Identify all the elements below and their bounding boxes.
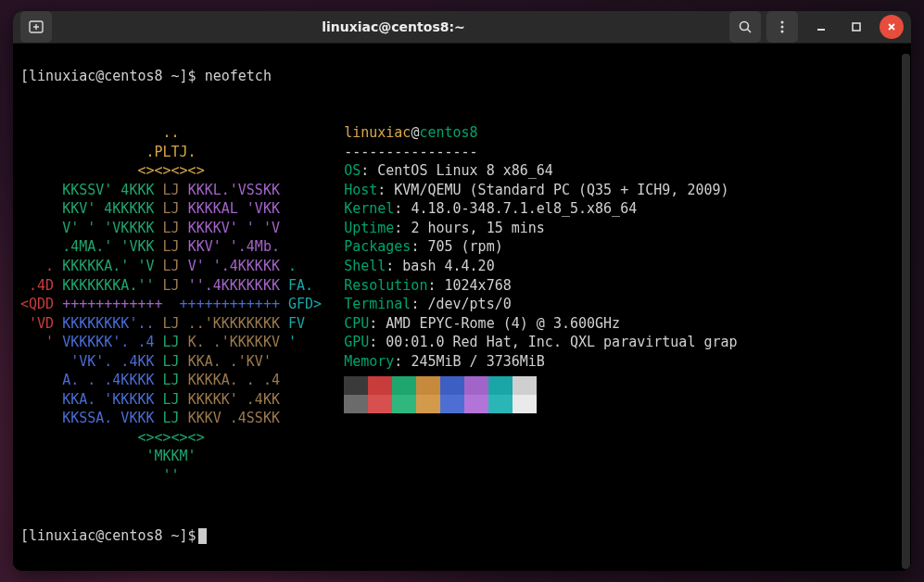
- color-swatch-10: [392, 395, 416, 413]
- ascii-logo: .. .PLTJ. <><><><> KKSSV' 4KKK LJ KKKL.'…: [20, 105, 322, 486]
- value-packages: 705 (rpm): [427, 238, 502, 255]
- prompt-line-2: [linuxiac@centos8 ~]$: [20, 526, 904, 546]
- color-swatch-14: [488, 395, 513, 413]
- info-sep: ----------------: [344, 144, 478, 160]
- minimize-button[interactable]: [809, 15, 833, 39]
- label-packages: Packages: [344, 238, 411, 255]
- maximize-icon: [851, 21, 862, 32]
- value-gpu: 00:01.0 Red Hat, Inc. QXL paravirtual gr…: [386, 334, 737, 350]
- value-terminal: /dev/pts/0: [427, 296, 511, 312]
- label-shell: Shell: [344, 258, 386, 274]
- svg-rect-9: [853, 23, 860, 31]
- titlebar: linuxiac@centos8:~: [13, 11, 911, 44]
- value-resolution: 1024x768: [445, 277, 512, 294]
- color-swatch-2: [392, 376, 416, 395]
- close-button[interactable]: [880, 15, 904, 39]
- minimize-icon: [816, 21, 827, 32]
- color-swatch-7: [513, 376, 537, 395]
- prompt-text-2: [linuxiac@centos8 ~]$: [20, 527, 196, 544]
- value-os: CentOS Linux 8 x86_64: [377, 162, 553, 179]
- kebab-menu-icon: [775, 19, 790, 34]
- terminal-window: linuxiac@centos8:~ [linuxiac@centos8 ~]$…: [13, 11, 911, 571]
- color-swatch-15: [513, 395, 537, 413]
- color-swatch-11: [416, 395, 440, 413]
- label-uptime: Uptime: [344, 220, 394, 236]
- label-kernel: Kernel: [344, 200, 394, 217]
- scrollbar[interactable]: [902, 54, 910, 569]
- prompt-line-1: [linuxiac@centos8 ~]$ neofetch: [20, 67, 904, 86]
- color-swatch-12: [440, 395, 464, 413]
- label-terminal: Terminal: [344, 296, 411, 312]
- cursor-icon: [198, 528, 207, 544]
- svg-point-6: [781, 26, 784, 29]
- terminal-output[interactable]: [linuxiac@centos8 ~]$ neofetch .. .PLTJ.…: [13, 44, 911, 571]
- command-text: neofetch: [205, 68, 272, 84]
- info-host: centos8: [419, 124, 477, 141]
- neofetch-row: .. .PLTJ. <><><><> KKSSV' 4KKK LJ KKKL.'…: [20, 105, 904, 486]
- label-gpu: GPU: [344, 334, 369, 350]
- svg-line-4: [748, 30, 752, 33]
- search-icon: [738, 19, 753, 34]
- maximize-button[interactable]: [844, 15, 868, 39]
- color-swatch-6: [488, 376, 513, 395]
- value-shell: bash 4.4.20: [402, 258, 494, 274]
- close-icon: [886, 21, 897, 32]
- color-palette-row1: [344, 376, 737, 395]
- color-swatch-13: [464, 395, 488, 413]
- window-title: linuxiac@centos8:~: [57, 19, 729, 34]
- color-swatch-8: [344, 395, 368, 413]
- color-swatch-1: [368, 376, 392, 395]
- new-tab-icon: [29, 19, 44, 34]
- svg-point-3: [740, 22, 749, 31]
- color-swatch-0: [344, 376, 368, 395]
- value-kernel: 4.18.0-348.7.1.el8_5.x86_64: [411, 200, 637, 217]
- color-swatch-5: [464, 376, 488, 395]
- label-host: Host: [344, 182, 377, 198]
- color-swatch-4: [440, 376, 464, 395]
- new-tab-button[interactable]: [20, 11, 52, 43]
- menu-button[interactable]: [766, 11, 798, 43]
- label-os: OS: [344, 162, 361, 179]
- prompt-text: [linuxiac@centos8 ~]$: [20, 68, 196, 84]
- search-button[interactable]: [729, 11, 761, 43]
- value-cpu: AMD EPYC-Rome (4) @ 3.600GHz: [386, 315, 620, 332]
- label-cpu: CPU: [344, 315, 369, 332]
- color-palette-row2: [344, 395, 737, 413]
- color-swatch-9: [368, 395, 392, 413]
- system-info: linuxiac@centos8 ---------------- OS: Ce…: [344, 105, 737, 433]
- value-memory: 245MiB / 3736MiB: [411, 353, 545, 370]
- svg-point-5: [781, 21, 784, 24]
- svg-point-7: [781, 31, 784, 33]
- value-host: KVM/QEMU (Standard PC (Q35 + ICH9, 2009): [394, 182, 728, 198]
- color-swatch-3: [416, 376, 440, 395]
- label-resolution: Resolution: [344, 277, 427, 294]
- label-memory: Memory: [344, 353, 394, 370]
- value-uptime: 2 hours, 15 mins: [411, 220, 545, 236]
- info-user: linuxiac: [344, 124, 411, 141]
